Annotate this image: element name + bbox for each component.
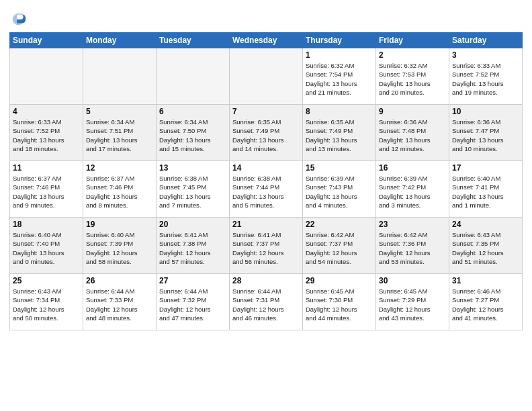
calendar-body: 1Sunrise: 6:32 AM Sunset: 7:54 PM Daylig… xyxy=(10,48,523,330)
weekday-header-cell: Wednesday xyxy=(230,33,303,48)
day-number: 21 xyxy=(232,220,300,229)
logo xyxy=(9,9,30,28)
calendar-day-cell: 31Sunrise: 6:46 AM Sunset: 7:27 PM Dayli… xyxy=(449,274,523,330)
weekday-header-cell: Monday xyxy=(83,33,157,48)
calendar-day-cell: 2Sunrise: 6:32 AM Sunset: 7:53 PM Daylig… xyxy=(376,48,449,105)
calendar-week-row: 18Sunrise: 6:40 AM Sunset: 7:40 PM Dayli… xyxy=(10,218,523,274)
calendar-day-cell: 6Sunrise: 6:34 AM Sunset: 7:50 PM Daylig… xyxy=(157,105,230,161)
day-number: 25 xyxy=(13,276,80,285)
logo-icon xyxy=(9,9,28,28)
calendar-day-cell: 26Sunrise: 6:44 AM Sunset: 7:33 PM Dayli… xyxy=(83,274,157,330)
calendar-day-cell xyxy=(157,48,230,105)
calendar-day-cell: 30Sunrise: 6:45 AM Sunset: 7:29 PM Dayli… xyxy=(376,274,449,330)
day-number: 24 xyxy=(452,220,519,229)
day-detail: Sunrise: 6:44 AM Sunset: 7:32 PM Dayligh… xyxy=(159,287,226,322)
page-container: SundayMondayTuesdayWednesdayThursdayFrid… xyxy=(0,0,532,334)
day-detail: Sunrise: 6:41 AM Sunset: 7:38 PM Dayligh… xyxy=(159,230,226,266)
calendar-day-cell: 15Sunrise: 6:39 AM Sunset: 7:43 PM Dayli… xyxy=(303,161,376,218)
day-detail: Sunrise: 6:37 AM Sunset: 7:46 PM Dayligh… xyxy=(13,174,80,210)
day-detail: Sunrise: 6:46 AM Sunset: 7:27 PM Dayligh… xyxy=(452,287,519,322)
weekday-header-cell: Saturday xyxy=(449,33,523,48)
calendar-week-row: 25Sunrise: 6:43 AM Sunset: 7:34 PM Dayli… xyxy=(10,274,523,330)
weekday-header-cell: Friday xyxy=(376,33,449,48)
day-number: 15 xyxy=(306,163,373,173)
day-number: 16 xyxy=(379,163,446,173)
day-number: 4 xyxy=(13,107,80,116)
calendar-day-cell: 1Sunrise: 6:32 AM Sunset: 7:54 PM Daylig… xyxy=(303,48,376,105)
calendar-day-cell xyxy=(230,48,303,105)
day-number: 14 xyxy=(232,163,300,173)
day-detail: Sunrise: 6:41 AM Sunset: 7:37 PM Dayligh… xyxy=(232,230,300,266)
calendar-day-cell: 11Sunrise: 6:37 AM Sunset: 7:46 PM Dayli… xyxy=(10,161,83,218)
day-detail: Sunrise: 6:33 AM Sunset: 7:52 PM Dayligh… xyxy=(452,61,519,97)
header xyxy=(9,7,523,28)
day-number: 23 xyxy=(379,220,446,229)
calendar-day-cell: 17Sunrise: 6:40 AM Sunset: 7:41 PM Dayli… xyxy=(449,161,523,218)
day-detail: Sunrise: 6:38 AM Sunset: 7:44 PM Dayligh… xyxy=(232,174,300,210)
day-detail: Sunrise: 6:34 AM Sunset: 7:50 PM Dayligh… xyxy=(159,118,226,153)
day-number: 1 xyxy=(306,50,373,60)
calendar-day-cell: 14Sunrise: 6:38 AM Sunset: 7:44 PM Dayli… xyxy=(230,161,303,218)
calendar-day-cell: 19Sunrise: 6:40 AM Sunset: 7:39 PM Dayli… xyxy=(83,218,157,274)
day-number: 26 xyxy=(86,276,153,285)
calendar-day-cell: 5Sunrise: 6:34 AM Sunset: 7:51 PM Daylig… xyxy=(83,105,157,161)
calendar-day-cell: 4Sunrise: 6:33 AM Sunset: 7:52 PM Daylig… xyxy=(10,105,83,161)
calendar-day-cell: 13Sunrise: 6:38 AM Sunset: 7:45 PM Dayli… xyxy=(157,161,230,218)
day-number: 17 xyxy=(452,163,519,173)
calendar-day-cell: 29Sunrise: 6:45 AM Sunset: 7:30 PM Dayli… xyxy=(303,274,376,330)
day-number: 2 xyxy=(379,50,446,60)
day-number: 31 xyxy=(452,276,519,285)
day-number: 19 xyxy=(86,220,153,229)
day-detail: Sunrise: 6:42 AM Sunset: 7:37 PM Dayligh… xyxy=(306,230,373,266)
day-detail: Sunrise: 6:36 AM Sunset: 7:48 PM Dayligh… xyxy=(379,118,446,153)
day-number: 13 xyxy=(159,163,226,173)
calendar-day-cell: 16Sunrise: 6:39 AM Sunset: 7:42 PM Dayli… xyxy=(376,161,449,218)
day-detail: Sunrise: 6:40 AM Sunset: 7:39 PM Dayligh… xyxy=(86,230,153,266)
day-detail: Sunrise: 6:32 AM Sunset: 7:54 PM Dayligh… xyxy=(306,61,373,97)
calendar-day-cell: 9Sunrise: 6:36 AM Sunset: 7:48 PM Daylig… xyxy=(376,105,449,161)
day-number: 9 xyxy=(379,107,446,116)
day-number: 8 xyxy=(306,107,373,116)
calendar-day-cell: 24Sunrise: 6:43 AM Sunset: 7:35 PM Dayli… xyxy=(449,218,523,274)
weekday-header-cell: Tuesday xyxy=(157,33,230,48)
day-detail: Sunrise: 6:38 AM Sunset: 7:45 PM Dayligh… xyxy=(159,174,226,210)
calendar-day-cell: 23Sunrise: 6:42 AM Sunset: 7:36 PM Dayli… xyxy=(376,218,449,274)
day-detail: Sunrise: 6:40 AM Sunset: 7:40 PM Dayligh… xyxy=(13,230,80,266)
calendar-day-cell: 25Sunrise: 6:43 AM Sunset: 7:34 PM Dayli… xyxy=(10,274,83,330)
day-detail: Sunrise: 6:45 AM Sunset: 7:30 PM Dayligh… xyxy=(306,287,373,322)
day-detail: Sunrise: 6:44 AM Sunset: 7:31 PM Dayligh… xyxy=(232,287,300,322)
day-number: 22 xyxy=(306,220,373,229)
calendar-day-cell: 18Sunrise: 6:40 AM Sunset: 7:40 PM Dayli… xyxy=(10,218,83,274)
day-detail: Sunrise: 6:44 AM Sunset: 7:33 PM Dayligh… xyxy=(86,287,153,322)
day-number: 3 xyxy=(452,50,519,60)
calendar-day-cell: 8Sunrise: 6:35 AM Sunset: 7:49 PM Daylig… xyxy=(303,105,376,161)
day-detail: Sunrise: 6:36 AM Sunset: 7:47 PM Dayligh… xyxy=(452,118,519,153)
day-number: 12 xyxy=(86,163,153,173)
day-detail: Sunrise: 6:43 AM Sunset: 7:35 PM Dayligh… xyxy=(452,230,519,266)
day-detail: Sunrise: 6:45 AM Sunset: 7:29 PM Dayligh… xyxy=(379,287,446,322)
weekday-header-cell: Sunday xyxy=(10,33,83,48)
day-number: 20 xyxy=(159,220,226,229)
day-detail: Sunrise: 6:35 AM Sunset: 7:49 PM Dayligh… xyxy=(232,118,300,153)
calendar-day-cell: 10Sunrise: 6:36 AM Sunset: 7:47 PM Dayli… xyxy=(449,105,523,161)
calendar-day-cell: 20Sunrise: 6:41 AM Sunset: 7:38 PM Dayli… xyxy=(157,218,230,274)
day-detail: Sunrise: 6:35 AM Sunset: 7:49 PM Dayligh… xyxy=(306,118,373,153)
calendar-week-row: 11Sunrise: 6:37 AM Sunset: 7:46 PM Dayli… xyxy=(10,161,523,218)
day-number: 30 xyxy=(379,276,446,285)
day-detail: Sunrise: 6:37 AM Sunset: 7:46 PM Dayligh… xyxy=(86,174,153,210)
day-number: 28 xyxy=(232,276,300,285)
weekday-header-row: SundayMondayTuesdayWednesdayThursdayFrid… xyxy=(10,33,523,48)
day-number: 7 xyxy=(232,107,300,116)
day-detail: Sunrise: 6:43 AM Sunset: 7:34 PM Dayligh… xyxy=(13,287,80,322)
day-detail: Sunrise: 6:39 AM Sunset: 7:43 PM Dayligh… xyxy=(306,174,373,210)
day-detail: Sunrise: 6:34 AM Sunset: 7:51 PM Dayligh… xyxy=(86,118,153,153)
day-number: 11 xyxy=(13,163,80,173)
day-detail: Sunrise: 6:39 AM Sunset: 7:42 PM Dayligh… xyxy=(379,174,446,210)
calendar-table: SundayMondayTuesdayWednesdayThursdayFrid… xyxy=(9,32,523,330)
calendar-day-cell: 3Sunrise: 6:33 AM Sunset: 7:52 PM Daylig… xyxy=(449,48,523,105)
calendar-day-cell: 7Sunrise: 6:35 AM Sunset: 7:49 PM Daylig… xyxy=(230,105,303,161)
day-detail: Sunrise: 6:33 AM Sunset: 7:52 PM Dayligh… xyxy=(13,118,80,153)
calendar-day-cell: 28Sunrise: 6:44 AM Sunset: 7:31 PM Dayli… xyxy=(230,274,303,330)
calendar-day-cell xyxy=(10,48,83,105)
calendar-day-cell: 12Sunrise: 6:37 AM Sunset: 7:46 PM Dayli… xyxy=(83,161,157,218)
